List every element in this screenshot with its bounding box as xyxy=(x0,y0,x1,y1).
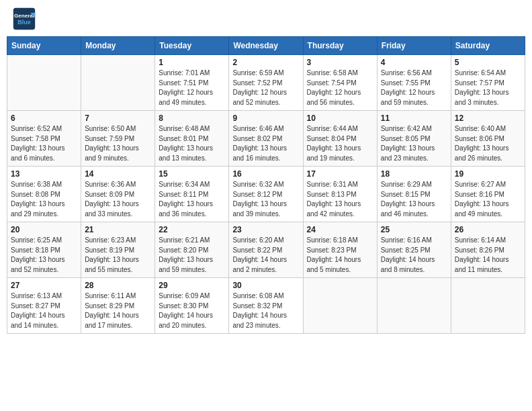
day-number: 16 xyxy=(232,169,299,179)
day-info: Sunrise: 6:11 AM Sunset: 8:29 PM Dayligh… xyxy=(85,291,151,330)
day-number: 3 xyxy=(307,58,373,67)
calendar-cell: 4Sunrise: 6:56 AM Sunset: 7:55 PM Daylig… xyxy=(377,55,451,111)
day-number: 28 xyxy=(85,281,151,290)
calendar-cell: 3Sunrise: 6:58 AM Sunset: 7:54 PM Daylig… xyxy=(303,55,377,111)
calendar-cell xyxy=(7,55,81,111)
day-info: Sunrise: 6:54 AM Sunset: 7:57 PM Dayligh… xyxy=(455,68,521,107)
calendar-cell: 19Sunrise: 6:27 AM Sunset: 8:16 PM Dayli… xyxy=(451,167,525,222)
day-number: 9 xyxy=(232,113,299,123)
calendar-cell: 25Sunrise: 6:16 AM Sunset: 8:25 PM Dayli… xyxy=(377,222,451,278)
calendar-cell: 6Sunrise: 6:52 AM Sunset: 7:58 PM Daylig… xyxy=(7,111,81,167)
calendar-cell: 26Sunrise: 6:14 AM Sunset: 8:26 PM Dayli… xyxy=(451,222,525,278)
svg-text:Blue: Blue xyxy=(17,19,31,26)
col-header-saturday: Saturday xyxy=(451,37,525,55)
day-info: Sunrise: 6:42 AM Sunset: 8:05 PM Dayligh… xyxy=(381,124,447,163)
calendar-cell: 20Sunrise: 6:25 AM Sunset: 8:18 PM Dayli… xyxy=(7,222,81,278)
calendar-cell xyxy=(81,55,155,111)
day-number: 27 xyxy=(11,281,77,290)
calendar-cell: 11Sunrise: 6:42 AM Sunset: 8:05 PM Dayli… xyxy=(377,111,451,167)
col-header-tuesday: Tuesday xyxy=(155,37,229,55)
day-info: Sunrise: 6:58 AM Sunset: 7:54 PM Dayligh… xyxy=(307,68,373,107)
day-info: Sunrise: 6:59 AM Sunset: 7:52 PM Dayligh… xyxy=(232,68,299,107)
day-number: 11 xyxy=(381,113,447,123)
day-info: Sunrise: 6:23 AM Sunset: 8:19 PM Dayligh… xyxy=(85,236,151,275)
calendar-cell: 8Sunrise: 6:48 AM Sunset: 8:01 PM Daylig… xyxy=(155,111,229,167)
day-info: Sunrise: 6:27 AM Sunset: 8:16 PM Dayligh… xyxy=(455,180,521,219)
day-info: Sunrise: 6:21 AM Sunset: 8:20 PM Dayligh… xyxy=(159,236,225,275)
day-info: Sunrise: 6:48 AM Sunset: 8:01 PM Dayligh… xyxy=(159,124,225,163)
calendar-cell: 28Sunrise: 6:11 AM Sunset: 8:29 PM Dayli… xyxy=(81,278,155,334)
day-number: 10 xyxy=(307,113,373,123)
calendar-cell: 1Sunrise: 7:01 AM Sunset: 7:51 PM Daylig… xyxy=(155,55,229,111)
logo: General Blue xyxy=(12,7,36,31)
day-number: 7 xyxy=(85,113,151,123)
calendar-table: SundayMondayTuesdayWednesdayThursdayFrid… xyxy=(7,36,525,334)
calendar-header-row: SundayMondayTuesdayWednesdayThursdayFrid… xyxy=(7,37,525,55)
day-info: Sunrise: 6:34 AM Sunset: 8:11 PM Dayligh… xyxy=(159,180,225,219)
day-number: 1 xyxy=(159,58,225,67)
calendar-cell: 14Sunrise: 6:36 AM Sunset: 8:09 PM Dayli… xyxy=(81,167,155,222)
day-info: Sunrise: 6:16 AM Sunset: 8:25 PM Dayligh… xyxy=(381,236,447,275)
calendar-cell: 30Sunrise: 6:08 AM Sunset: 8:32 PM Dayli… xyxy=(229,278,303,334)
calendar-cell: 15Sunrise: 6:34 AM Sunset: 8:11 PM Dayli… xyxy=(155,167,229,222)
col-header-thursday: Thursday xyxy=(303,37,377,55)
calendar-cell: 17Sunrise: 6:31 AM Sunset: 8:13 PM Dayli… xyxy=(303,167,377,222)
day-info: Sunrise: 6:52 AM Sunset: 7:58 PM Dayligh… xyxy=(11,124,77,163)
day-number: 20 xyxy=(11,225,77,234)
day-number: 15 xyxy=(159,169,225,179)
calendar-cell: 9Sunrise: 6:46 AM Sunset: 8:02 PM Daylig… xyxy=(229,111,303,167)
day-info: Sunrise: 6:44 AM Sunset: 8:04 PM Dayligh… xyxy=(307,124,373,163)
calendar-cell: 12Sunrise: 6:40 AM Sunset: 8:06 PM Dayli… xyxy=(451,111,525,167)
col-header-wednesday: Wednesday xyxy=(229,37,303,55)
day-info: Sunrise: 6:46 AM Sunset: 8:02 PM Dayligh… xyxy=(232,124,299,163)
calendar-cell: 10Sunrise: 6:44 AM Sunset: 8:04 PM Dayli… xyxy=(303,111,377,167)
day-info: Sunrise: 7:01 AM Sunset: 7:51 PM Dayligh… xyxy=(159,68,225,107)
calendar-cell: 24Sunrise: 6:18 AM Sunset: 8:23 PM Dayli… xyxy=(303,222,377,278)
day-info: Sunrise: 6:29 AM Sunset: 8:15 PM Dayligh… xyxy=(381,180,447,219)
day-number: 30 xyxy=(232,281,299,290)
day-number: 12 xyxy=(455,113,521,123)
day-number: 25 xyxy=(381,225,447,234)
day-number: 23 xyxy=(232,225,299,234)
day-number: 29 xyxy=(159,281,225,290)
calendar-week-row: 6Sunrise: 6:52 AM Sunset: 7:58 PM Daylig… xyxy=(7,111,525,167)
day-number: 17 xyxy=(307,169,373,179)
day-info: Sunrise: 6:13 AM Sunset: 8:27 PM Dayligh… xyxy=(11,291,77,330)
day-info: Sunrise: 6:38 AM Sunset: 8:08 PM Dayligh… xyxy=(11,180,77,219)
page-header: General Blue xyxy=(7,7,525,31)
calendar-cell: 13Sunrise: 6:38 AM Sunset: 8:08 PM Dayli… xyxy=(7,167,81,222)
day-info: Sunrise: 6:36 AM Sunset: 8:09 PM Dayligh… xyxy=(85,180,151,219)
calendar-cell: 7Sunrise: 6:50 AM Sunset: 7:59 PM Daylig… xyxy=(81,111,155,167)
day-info: Sunrise: 6:18 AM Sunset: 8:23 PM Dayligh… xyxy=(307,236,373,275)
calendar-week-row: 27Sunrise: 6:13 AM Sunset: 8:27 PM Dayli… xyxy=(7,278,525,334)
day-number: 14 xyxy=(85,169,151,179)
calendar-week-row: 20Sunrise: 6:25 AM Sunset: 8:18 PM Dayli… xyxy=(7,222,525,278)
calendar-cell: 21Sunrise: 6:23 AM Sunset: 8:19 PM Dayli… xyxy=(81,222,155,278)
calendar-week-row: 1Sunrise: 7:01 AM Sunset: 7:51 PM Daylig… xyxy=(7,55,525,111)
day-info: Sunrise: 6:09 AM Sunset: 8:30 PM Dayligh… xyxy=(159,291,225,330)
day-number: 8 xyxy=(159,113,225,123)
calendar-cell: 2Sunrise: 6:59 AM Sunset: 7:52 PM Daylig… xyxy=(229,55,303,111)
calendar-cell xyxy=(377,278,451,334)
day-info: Sunrise: 6:31 AM Sunset: 8:13 PM Dayligh… xyxy=(307,180,373,219)
day-number: 2 xyxy=(232,58,299,67)
day-number: 6 xyxy=(11,113,77,123)
day-number: 18 xyxy=(381,169,447,179)
logo-icon: General Blue xyxy=(12,7,36,31)
calendar-cell: 5Sunrise: 6:54 AM Sunset: 7:57 PM Daylig… xyxy=(451,55,525,111)
day-number: 22 xyxy=(159,225,225,234)
day-info: Sunrise: 6:20 AM Sunset: 8:22 PM Dayligh… xyxy=(232,236,299,275)
day-info: Sunrise: 6:14 AM Sunset: 8:26 PM Dayligh… xyxy=(455,236,521,275)
day-info: Sunrise: 6:56 AM Sunset: 7:55 PM Dayligh… xyxy=(381,68,447,107)
col-header-friday: Friday xyxy=(377,37,451,55)
day-number: 13 xyxy=(11,169,77,179)
calendar-cell: 29Sunrise: 6:09 AM Sunset: 8:30 PM Dayli… xyxy=(155,278,229,334)
calendar-cell: 23Sunrise: 6:20 AM Sunset: 8:22 PM Dayli… xyxy=(229,222,303,278)
day-number: 4 xyxy=(381,58,447,67)
calendar-cell xyxy=(451,278,525,334)
day-number: 21 xyxy=(85,225,151,234)
day-info: Sunrise: 6:40 AM Sunset: 8:06 PM Dayligh… xyxy=(455,124,521,163)
col-header-sunday: Sunday xyxy=(7,37,81,55)
col-header-monday: Monday xyxy=(81,37,155,55)
day-number: 26 xyxy=(455,225,521,234)
